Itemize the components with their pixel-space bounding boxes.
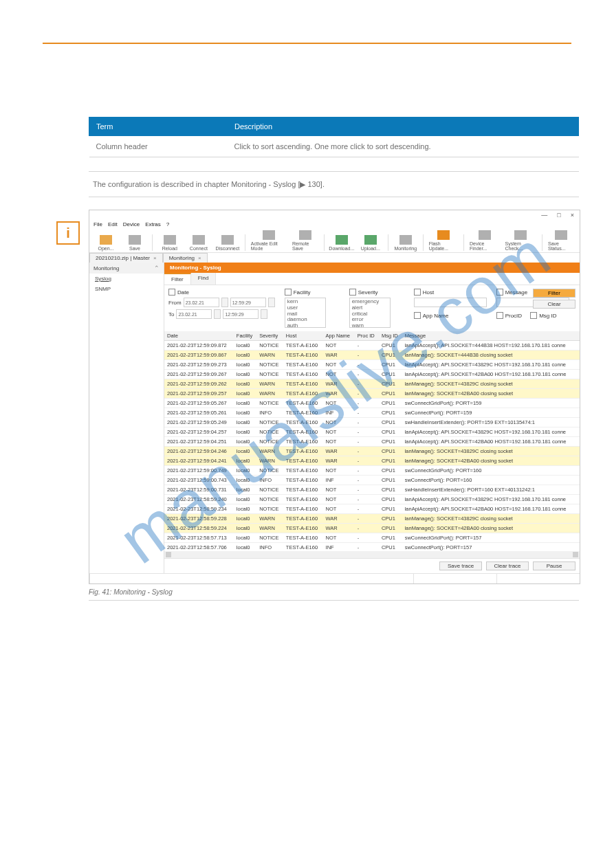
table-row[interactable]: 2021-02-23T12:59:04.257local0NOTICETEST-…	[164, 427, 580, 437]
main-panel: Monitoring - Syslog Filter Find Date Fro…	[164, 263, 580, 573]
table-row[interactable]: 2021-02-23T12:59:00.743local0INFOTEST-A-…	[164, 476, 580, 485]
table-row[interactable]: 2021-02-23T12:59:05.249local0NOTICETEST-…	[164, 418, 580, 427]
appname-checkbox[interactable]	[414, 312, 421, 319]
menu-help[interactable]: ?	[166, 221, 169, 227]
table-row[interactable]: 2021-02-23T12:58:59.228local0WARNTEST-A-…	[164, 514, 580, 524]
column-header[interactable]: Message	[402, 331, 580, 341]
facility-list[interactable]: kernusermaildaemonauth	[285, 298, 326, 328]
save-trace-button[interactable]: Save trace	[439, 561, 482, 570]
document-tab[interactable]: 20210210.zip | Master×	[89, 253, 163, 263]
toolbar-reload[interactable]: Reload	[156, 235, 184, 251]
table-row[interactable]: 2021-02-23T12:58:57.713local0NOTICETEST-…	[164, 533, 580, 543]
window-close-button[interactable]: ×	[571, 212, 574, 219]
horizontal-scrollbar[interactable]	[164, 551, 580, 558]
clear-button[interactable]: Clear	[533, 300, 575, 309]
from-date-input[interactable]: 23.02.21	[184, 298, 219, 307]
toolbar-flash-update[interactable]: Flash Update...	[427, 230, 460, 251]
toolbar-save[interactable]: Save	[121, 235, 149, 251]
date-checkbox[interactable]	[168, 289, 175, 296]
toolbar-activate-edit-mode[interactable]: Activate Edit Mode	[249, 230, 289, 251]
window-minimize-button[interactable]: —	[541, 212, 547, 219]
menu-file[interactable]: File	[94, 221, 102, 227]
column-header[interactable]: Severity	[256, 331, 283, 341]
subtab-find[interactable]: Find	[191, 273, 217, 285]
toolbar-download[interactable]: Download...	[328, 235, 355, 251]
toolbar-save-status[interactable]: Save Status...	[546, 230, 577, 251]
window-maximize-button[interactable]: □	[557, 212, 560, 219]
table-row[interactable]: 2021-02-23T12:59:09.262local0WARNTEST-A-…	[164, 379, 580, 389]
scroll-right-icon[interactable]	[573, 552, 578, 557]
disconnect-icon	[221, 235, 234, 245]
table-row[interactable]: 2021-02-23T12:59:09.273local0NOTICETEST-…	[164, 360, 580, 370]
table-row[interactable]: 2021-02-23T12:59:04.241local0WARNTEST-A-…	[164, 456, 580, 466]
close-tab-icon[interactable]: ×	[153, 255, 157, 261]
msgid-checkbox[interactable]	[530, 312, 537, 319]
pause-button[interactable]: Pause	[533, 561, 575, 570]
from-time-input[interactable]: 12:59:29	[230, 298, 266, 307]
menu-extras[interactable]: Extras	[145, 221, 161, 227]
column-header[interactable]: Proc ID	[355, 331, 379, 341]
toolbar-disconnect[interactable]: Disconnect	[214, 235, 241, 251]
table-row[interactable]: 2021-02-23T12:58:59.234local0NOTICETEST-…	[164, 504, 580, 514]
facility-checkbox[interactable]	[285, 289, 292, 296]
subtab-filter[interactable]: Filter	[164, 273, 191, 285]
menu-device[interactable]: Device	[123, 221, 140, 227]
table-row[interactable]: 2021-02-23T12:59:05.267local0NOTICETEST-…	[164, 399, 580, 408]
info-icon: i	[56, 221, 80, 245]
column-header[interactable]: Host	[283, 331, 323, 341]
clear-trace-button[interactable]: Clear trace	[486, 561, 529, 570]
column-header[interactable]: App Name	[323, 331, 355, 341]
severity-checkbox[interactable]	[349, 289, 356, 296]
table-row[interactable]: 2021-02-23T12:59:04.251local0NOTICETEST-…	[164, 437, 580, 447]
message-checkbox[interactable]	[496, 289, 503, 296]
remote-save-icon	[299, 230, 311, 240]
menu-edit[interactable]: Edit	[108, 221, 118, 227]
scroll-left-icon[interactable]	[166, 552, 171, 557]
column-header[interactable]: Msg ID	[379, 331, 402, 341]
appname-label: App Name	[423, 313, 449, 319]
column-header[interactable]: Facility	[234, 331, 256, 341]
document-tab[interactable]: Monitoring×	[163, 253, 208, 263]
table-row[interactable]: 2021-02-23T12:58:59.240local0NOTICETEST-…	[164, 495, 580, 504]
table-row[interactable]: 2021-02-23T12:58:59.224local0WARNTEST-A-…	[164, 524, 580, 533]
table-row[interactable]: 2021-02-23T12:59:09.867local0WARNTEST-A-…	[164, 350, 580, 360]
to-time-input[interactable]: 12:59:29	[223, 309, 259, 319]
to-date-input[interactable]: 23.02.21	[176, 309, 212, 319]
table-row[interactable]: 2021-02-23T12:58:57.706local0INFOTEST-A-…	[164, 543, 580, 552]
table-row[interactable]: 2021-02-23T12:59:05.261local0INFOTEST-A-…	[164, 408, 580, 418]
subtabs: Filter Find	[164, 273, 580, 285]
table-row[interactable]: 2021-02-23T12:59:04.246local0WARNTEST-A-…	[164, 447, 580, 456]
table-row[interactable]: 2021-02-23T12:59:09.267local0NOTICETEST-…	[164, 370, 580, 379]
close-tab-icon[interactable]: ×	[198, 255, 201, 261]
host-label: Host	[423, 289, 434, 296]
table-row[interactable]: 2021-02-23T12:59:09.257local0WARNTEST-A-…	[164, 389, 580, 399]
procid-checkbox[interactable]	[496, 312, 503, 319]
toolbar-connect[interactable]: Connect	[185, 235, 212, 251]
facility-option[interactable]: auth	[287, 323, 323, 328]
sidebar-header[interactable]: Monitoring ⌃	[89, 263, 164, 274]
from-date-spinner[interactable]	[221, 298, 228, 307]
filter-button[interactable]: Filter	[533, 289, 575, 298]
toolbar-upload[interactable]: Upload...	[357, 235, 384, 251]
table-row[interactable]: 2021-02-23T12:59:09.872local0NOTICETEST-…	[164, 341, 580, 350]
sidebar-item-snmp[interactable]: SNMP	[89, 284, 164, 294]
sidebar-item-syslog[interactable]: Syslog	[89, 274, 164, 284]
toolbar-monitoring[interactable]: Monitoring	[392, 235, 419, 251]
toolbar-system-check[interactable]: System Check...	[503, 230, 539, 251]
facility-label: Facility	[294, 289, 311, 296]
table-row[interactable]: 2021-02-23T12:59:00.731local0NOTICETEST-…	[164, 485, 580, 495]
column-header[interactable]: Date	[164, 331, 234, 341]
to-time-spinner[interactable]	[261, 309, 267, 319]
to-date-spinner[interactable]	[214, 309, 221, 319]
severity-option[interactable]: warn	[352, 323, 388, 328]
toolbar-open[interactable]: Open...	[92, 235, 120, 251]
table-row[interactable]: 2021-02-23T12:59:00.749local0NOTICETEST-…	[164, 466, 580, 476]
toolbar-device-finder[interactable]: Device Finder...	[468, 230, 502, 251]
toolbar: Open...SaveReloadConnectDisconnectActiva…	[89, 229, 580, 253]
toolbar-remote-save[interactable]: Remote Save	[290, 230, 320, 251]
collapse-icon[interactable]: ⌃	[154, 265, 160, 271]
host-input[interactable]	[414, 298, 487, 307]
from-time-spinner[interactable]	[268, 298, 275, 307]
host-checkbox[interactable]	[414, 289, 421, 296]
severity-list[interactable]: emergencyalertcriticalerrorwarn	[349, 298, 391, 328]
